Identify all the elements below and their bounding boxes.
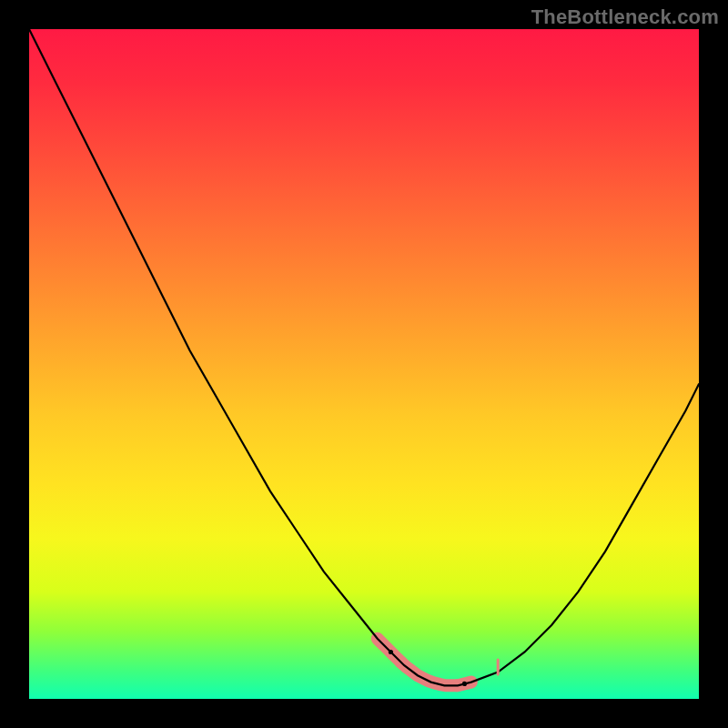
watermark-text: TheBottleneck.com [531,5,719,29]
curve-point-right [462,682,467,686]
bottleneck-curve [29,29,699,685]
chart-svg [29,29,699,699]
chart-plot-area [29,29,699,699]
curve-point-left [389,650,393,654]
chart-frame: TheBottleneck.com [0,0,728,728]
